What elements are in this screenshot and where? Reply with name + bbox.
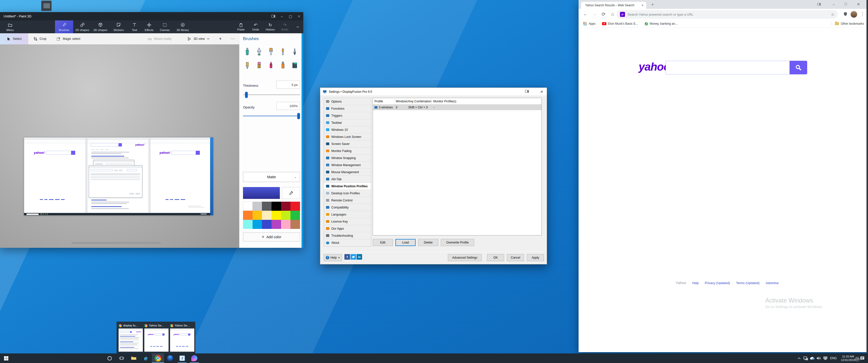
- footer-link-terms[interactable]: Terms (Updated): [736, 281, 760, 285]
- tab-2d-shapes[interactable]: 2D shapes: [73, 21, 91, 33]
- color-swatch[interactable]: [262, 220, 272, 229]
- vpn-app-button[interactable]: [164, 354, 176, 363]
- sidebar-item-compatibility[interactable]: Compatibility: [324, 204, 371, 211]
- file-explorer-button[interactable]: [128, 354, 140, 363]
- close-icon[interactable]: ✕: [855, 2, 862, 6]
- sidebar-item-troubleshooting[interactable]: Troubleshooting: [324, 232, 371, 239]
- bookmark-apps[interactable]: Apps: [589, 22, 595, 26]
- paint3d-button[interactable]: [188, 354, 200, 363]
- volume-icon[interactable]: [815, 357, 822, 360]
- zoom-in-button[interactable]: +: [214, 33, 227, 44]
- delete-button[interactable]: Delete: [418, 239, 438, 246]
- sidebar-item-remote-control[interactable]: Remote Control: [324, 197, 371, 204]
- color-swatch[interactable]: [253, 220, 262, 229]
- tab-text[interactable]: Text: [128, 21, 141, 33]
- color-swatch[interactable]: [290, 220, 300, 229]
- new-tab-button[interactable]: +: [649, 2, 656, 7]
- bookmark-item[interactable]: Elon Musk's Basic E...: [602, 22, 638, 26]
- panel-scroll-strip[interactable]: [302, 33, 303, 248]
- color-swatch[interactable]: [272, 202, 281, 211]
- color-swatch[interactable]: [253, 211, 262, 220]
- avatar[interactable]: [850, 11, 857, 18]
- bookmark-item[interactable]: Money, banking an...: [645, 22, 678, 26]
- advanced-settings-button[interactable]: Advanced Settings: [448, 254, 482, 261]
- home-icon[interactable]: ⌂: [609, 11, 616, 17]
- current-color-swatch[interactable]: [243, 187, 280, 199]
- color-swatch[interactable]: [262, 202, 272, 211]
- thickness-slider-track[interactable]: [243, 95, 300, 95]
- paint-brush[interactable]: [265, 45, 277, 59]
- color-swatch[interactable]: [281, 202, 291, 211]
- preview-card[interactable]: display fu... yahoo!: [119, 323, 143, 352]
- sidebar-item-windows-lock-screen[interactable]: Windows Lock Screen: [324, 133, 371, 140]
- forward-icon[interactable]: →: [591, 11, 598, 17]
- column-windows[interactable]: Windows: [394, 98, 407, 104]
- close-icon[interactable]: ✕: [295, 14, 303, 19]
- sidebar-item-languages[interactable]: Languages: [324, 211, 371, 218]
- help-button[interactable]: ? Help ▼: [324, 254, 342, 261]
- other-bookmarks-button[interactable]: Other bookmarks: [835, 22, 864, 26]
- fill-bucket-brush[interactable]: [289, 59, 301, 72]
- ok-button[interactable]: OK: [487, 254, 504, 261]
- menu-button[interactable]: Menu: [0, 21, 20, 33]
- crop-tool[interactable]: Crop: [28, 33, 52, 44]
- sidebar-item-taskbar[interactable]: Taskbar: [324, 119, 371, 126]
- sidebar-item-about[interactable]: About: [324, 239, 371, 246]
- sidebar-item-windows-10[interactable]: Windows 10: [324, 126, 371, 133]
- pixel-pen-brush[interactable]: [289, 45, 301, 59]
- column-profile[interactable]: Profile: [373, 98, 394, 104]
- displayfusion-titlebar-icon[interactable]: [525, 90, 529, 94]
- tab-stickers[interactable]: Stickers: [110, 21, 128, 33]
- sidebar-item-screen-saver[interactable]: Screen Saver: [324, 140, 371, 147]
- preview-card[interactable]: Yahoo Se... yahoo!: [170, 323, 194, 352]
- internet-explorer-button[interactable]: e: [140, 354, 152, 363]
- paint3d-canvas[interactable]: yahoo! yahoo!: [0, 44, 239, 248]
- footer-link-advertise[interactable]: Advertise: [766, 281, 779, 285]
- more-options-icon[interactable]: ···: [225, 33, 240, 44]
- browser-tab[interactable]: Yahoo Search Results - Web Search ✕: [581, 2, 646, 9]
- preview-thumbnail[interactable]: yahoo!: [170, 328, 194, 352]
- pencil-brush[interactable]: [242, 59, 253, 72]
- bookmark-star-icon[interactable]: ☆: [831, 12, 834, 17]
- load-button[interactable]: Load: [395, 239, 415, 246]
- edit-button[interactable]: Edit: [373, 239, 393, 246]
- sidebar-item-triggers[interactable]: Triggers: [324, 112, 371, 119]
- footer-link-help[interactable]: Help: [692, 281, 699, 285]
- paste-button[interactable]: Paste: [234, 21, 248, 33]
- sidebar-item-mouse-management[interactable]: Mouse Management: [324, 169, 371, 176]
- action-center-button[interactable]: 24: [858, 356, 867, 361]
- material-dropdown[interactable]: Matte ⌄: [243, 172, 300, 182]
- maximize-icon[interactable]: ▢: [842, 2, 849, 5]
- color-swatch[interactable]: [272, 211, 281, 220]
- tray-chevron-up-icon[interactable]: [796, 357, 802, 359]
- desktop-icon[interactable]: [41, 0, 52, 11]
- mixed-reality-tool[interactable]: Mixed reality: [143, 33, 177, 44]
- preview-thumbnail[interactable]: yahoo!: [144, 328, 168, 352]
- eyedropper-button[interactable]: [282, 187, 300, 199]
- minimize-icon[interactable]: –: [830, 2, 837, 6]
- reload-icon[interactable]: ⟳: [600, 11, 607, 17]
- facebook-icon[interactable]: f: [344, 254, 350, 260]
- canvas-horizontal-scrollbar[interactable]: [71, 242, 161, 244]
- color-swatch[interactable]: [281, 211, 291, 220]
- redo-button[interactable]: ↷ Redo: [278, 21, 292, 33]
- calligraphy-pen-brush[interactable]: [253, 45, 265, 59]
- thickness-value[interactable]: 5 px: [276, 81, 300, 89]
- collapse-ribbon-button[interactable]: [292, 21, 303, 33]
- color-swatch[interactable]: [290, 202, 300, 211]
- table-row[interactable]: 3 windows 3 Shift + Ctrl + 3 -: [373, 105, 541, 110]
- color-swatch[interactable]: [272, 220, 281, 229]
- language-indicator[interactable]: ENG: [830, 357, 837, 360]
- spray-can-brush[interactable]: [277, 59, 289, 72]
- cortana-button[interactable]: [103, 354, 116, 363]
- tab-3d-library[interactable]: 3D library: [173, 21, 193, 33]
- task-view-button[interactable]: [116, 354, 128, 363]
- opacity-slider-handle[interactable]: [297, 113, 300, 119]
- network-icon[interactable]: [802, 356, 809, 360]
- select-tool[interactable]: Select: [0, 33, 28, 44]
- sidebar-item-our-apps[interactable]: Our Apps: [324, 225, 371, 232]
- sidebar-item-window-position-profiles[interactable]: Window Position Profiles: [324, 183, 371, 190]
- cancel-button[interactable]: Cancel: [507, 254, 524, 261]
- displayfusion-titlebar-icon[interactable]: [815, 2, 823, 6]
- tab-canvas[interactable]: Canvas: [157, 21, 173, 33]
